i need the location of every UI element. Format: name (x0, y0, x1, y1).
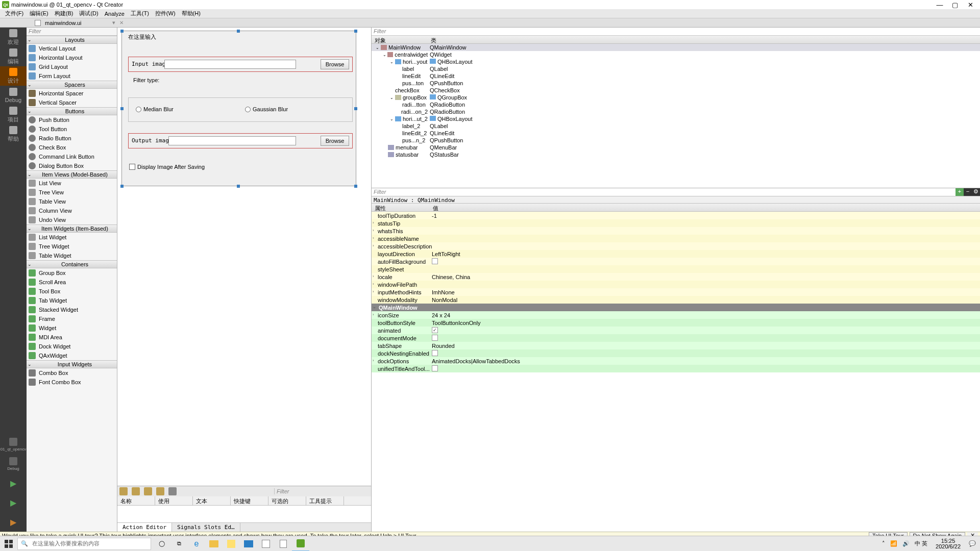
prop-row[interactable]: ›localeChinese, China (372, 273, 980, 281)
store-icon[interactable] (257, 536, 275, 552)
wb-item-Table-Widget[interactable]: Table Widget (27, 251, 117, 260)
prop-row[interactable]: tabShapeRounded (372, 342, 980, 349)
wb-item-List-View[interactable]: List View (27, 179, 117, 188)
wb-item-MDI-Area[interactable]: MDI Area (27, 333, 117, 342)
ae-col[interactable]: 使用 (155, 496, 193, 505)
wb-item-Vertical-Layout[interactable]: Vertical Layout (27, 44, 117, 53)
start-button[interactable] (0, 536, 17, 552)
widgetbox-filter[interactable]: Filter (27, 28, 117, 36)
mode-Debug[interactable]: Debug (0, 86, 27, 105)
inspector-tree[interactable]: ⌄MainWindowQMainWindow⌄centralwidgetQWid… (372, 44, 980, 188)
filter-groupbox[interactable]: Median Blur Gaussian Blur (128, 97, 353, 122)
wb-item-Tool-Button[interactable]: Tool Button (27, 124, 117, 134)
design-canvas[interactable]: 在这里输入 Input image: Browse Filter type: M… (117, 28, 371, 486)
wb-item-Font-Combo-Box[interactable]: Font Combo Box (27, 378, 117, 387)
menu-文件(F)[interactable]: 文件(F) (2, 10, 27, 17)
input-line-edit[interactable] (164, 60, 296, 69)
prop-row[interactable]: ›accessibleDescription (372, 242, 980, 250)
wb-item-Tree-View[interactable]: Tree View (27, 188, 117, 197)
prop-row[interactable]: styleSheet (372, 265, 980, 273)
prop-row[interactable]: ›accessibleName (372, 235, 980, 242)
prop-row[interactable]: ⌄QMainWindow (372, 304, 980, 311)
wb-group-Input Widgets[interactable]: ⌄Input Widgets (27, 360, 117, 368)
ae-col[interactable]: 工具提示 (306, 496, 344, 505)
input-browse-button[interactable]: Browse (321, 59, 349, 69)
tree-row[interactable]: ⌄centralwidgetQWidget (372, 51, 980, 58)
main-window-form[interactable]: 在这里输入 Input image: Browse Filter type: M… (121, 31, 356, 186)
prop-row[interactable]: toolButtonStyleToolButtonIconOnly (372, 319, 980, 327)
wb-item-Grid-Layout[interactable]: Grid Layout (27, 62, 117, 71)
prop-row[interactable]: windowModalityNonModal (372, 296, 980, 304)
taskview-icon[interactable]: ⧉ (170, 536, 188, 552)
ae-col[interactable]: 快捷键 (231, 496, 268, 505)
tree-row[interactable]: labelQLabel (372, 65, 980, 72)
build-button[interactable]: ▶ (0, 512, 27, 532)
prop-row[interactable]: layoutDirectionLeftToRight (372, 250, 980, 258)
pe-filter-input[interactable]: Filter (372, 188, 955, 196)
ime-indicator[interactable]: 中 英 (915, 540, 927, 547)
wb-item-Dialog-Button-Box[interactable]: Dialog Button Box (27, 161, 117, 170)
prop-row[interactable]: toolTipDuration-1 (372, 212, 980, 219)
wb-item-QAxWidget[interactable]: QAxWidget (27, 351, 117, 360)
wb-item-Stacked-Widget[interactable]: Stacked Widget (27, 305, 117, 314)
cortana-icon[interactable]: ◯ (153, 536, 170, 552)
mode-帮助[interactable]: 帮助 (0, 124, 27, 144)
run-debug-button[interactable]: ▶ (0, 493, 27, 512)
ae-edit-icon[interactable] (168, 487, 177, 495)
wb-item-Group-Box[interactable]: Group Box (27, 268, 117, 278)
prop-row[interactable]: animated (372, 327, 980, 334)
pe-minus-button[interactable]: − (964, 188, 972, 196)
mode-项目[interactable]: 项目 (0, 105, 27, 124)
edge-icon[interactable]: e (188, 536, 205, 552)
ae-folder-icon[interactable] (132, 487, 140, 495)
prop-row[interactable]: ›statusTip (372, 219, 980, 227)
wb-item-Table-View[interactable]: Table View (27, 197, 117, 206)
mail-icon[interactable] (240, 536, 257, 552)
explorer-icon[interactable] (205, 536, 223, 552)
menu-编辑(E)[interactable]: 编辑(E) (27, 10, 52, 17)
wb-item-Column-View[interactable]: Column View (27, 206, 117, 215)
tree-row[interactable]: pus...tonQPushButton (372, 80, 980, 87)
tree-row[interactable]: ⌄hori...ut_2QHBoxLayout (372, 115, 980, 122)
prop-row[interactable]: unifiedTitleAndTool... (372, 365, 980, 372)
wb-item-Combo-Box[interactable]: Combo Box (27, 368, 117, 378)
menu-调试(D)[interactable]: 调试(D) (76, 10, 101, 17)
system-tray[interactable]: ˄ 📶 🔊 中 英 15:252020/6/22 💬 (878, 538, 980, 549)
kit-01_qt_opencv[interactable]: 01_qt_opencv (0, 435, 27, 454)
wb-item-Radio-Button[interactable]: Radio Button (27, 134, 117, 143)
wb-item-List-Widget[interactable]: List Widget (27, 233, 117, 242)
wb-group-Spacers[interactable]: ⌄Spacers (27, 81, 117, 89)
ae-paste-icon[interactable] (156, 487, 164, 495)
qtcreator-taskbar-icon[interactable] (292, 536, 309, 552)
ae-col[interactable]: 名称 (117, 496, 155, 505)
tree-row[interactable]: checkBoxQCheckBox (372, 87, 980, 94)
output-browse-button[interactable]: Browse (321, 136, 349, 146)
wb-item-Horizontal-Layout[interactable]: Horizontal Layout (27, 53, 117, 62)
menu-帮助(H)[interactable]: 帮助(H) (179, 10, 204, 17)
wb-item-Push-Button[interactable]: Push Button (27, 115, 117, 124)
wb-group-Layouts[interactable]: ⌄Layouts (27, 36, 117, 44)
pe-config-button[interactable]: ⚙ (972, 188, 980, 196)
mode-设计[interactable]: 设计 (0, 66, 27, 86)
wb-item-Widget[interactable]: Widget (27, 323, 117, 333)
wb-item-Dock-Widget[interactable]: Dock Widget (27, 342, 117, 351)
tree-row[interactable]: ⌄groupBoxQGroupBox (372, 94, 980, 101)
menu-控件(W)[interactable]: 控件(W) (152, 10, 179, 17)
tree-row[interactable]: radi...on_2QRadioButton (372, 108, 980, 115)
prop-row[interactable]: dockNestingEnabled (372, 349, 980, 357)
output-line-edit[interactable] (168, 136, 296, 145)
mode-欢迎[interactable]: 欢迎 (0, 28, 27, 47)
kit-Debug[interactable]: Debug (0, 454, 27, 473)
volume-icon[interactable]: 🔊 (902, 540, 910, 547)
wifi-icon[interactable]: 📶 (890, 540, 897, 547)
maximize-button[interactable]: ▢ (947, 1, 963, 9)
menu-Analyze[interactable]: Analyze (102, 11, 128, 17)
run-button[interactable]: ▶ (0, 473, 27, 493)
ae-filter[interactable]: Filter (274, 488, 371, 494)
clock[interactable]: 15:252020/6/22 (933, 538, 964, 549)
tree-row[interactable]: menubarQMenuBar (372, 144, 980, 151)
median-radio[interactable]: Median Blur (136, 106, 174, 112)
prop-row[interactable]: ›iconSize24 x 24 (372, 311, 980, 319)
menu-构建(B)[interactable]: 构建(B) (52, 10, 77, 17)
display-after-save-checkbox[interactable]: Display Image After Saving (129, 164, 205, 170)
